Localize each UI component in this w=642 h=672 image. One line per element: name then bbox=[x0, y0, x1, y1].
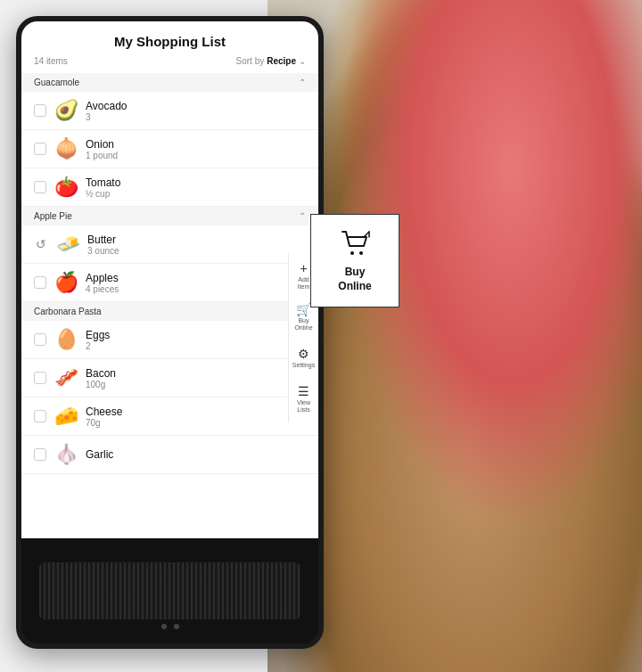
onion-checkbox[interactable] bbox=[34, 143, 46, 155]
view-lists-button[interactable]: ☰ ViewLists bbox=[290, 380, 318, 419]
avocado-info: Avocado 3 bbox=[86, 100, 306, 122]
section-guacamole-chevron: ⌃ bbox=[299, 78, 306, 87]
speaker-dot bbox=[174, 624, 179, 629]
onion-info: Onion 1 pound bbox=[86, 138, 306, 160]
app-meta: 14 items Sort by Recipe ⌄ bbox=[21, 56, 318, 73]
cart-sidebar-icon: 🛒 bbox=[296, 303, 311, 316]
svg-point-1 bbox=[359, 251, 363, 255]
buy-online-sidebar-label: BuyOnline bbox=[294, 317, 312, 332]
tomato-emoji: 🍅 bbox=[54, 176, 78, 199]
cheese-qty: 70g bbox=[86, 418, 306, 428]
eggs-checkbox[interactable] bbox=[34, 333, 46, 346]
tomato-info: Tomato ½ cup bbox=[86, 176, 306, 199]
bacon-qty: 100g bbox=[86, 380, 306, 389]
butter-info: Butter 3 ounce bbox=[87, 234, 306, 256]
list-item: 🧄 Garlic bbox=[21, 436, 318, 474]
settings-label: Settings bbox=[292, 362, 315, 369]
item-count: 14 items bbox=[34, 56, 68, 66]
speaker-grille bbox=[39, 562, 300, 620]
sort-value: Recipe bbox=[267, 56, 296, 66]
eggs-qty: 2 bbox=[86, 341, 306, 351]
settings-icon: ⚙ bbox=[298, 348, 309, 360]
garlic-emoji: 🧄 bbox=[54, 443, 78, 466]
grocery-person-image bbox=[268, 0, 642, 672]
cheese-emoji: 🧀 bbox=[54, 405, 78, 428]
sort-label: Sort by bbox=[236, 56, 265, 66]
svg-point-0 bbox=[350, 251, 354, 255]
apples-qty: 4 pieces bbox=[86, 284, 306, 294]
apples-info: Apples 4 pieces bbox=[86, 272, 306, 294]
list-item: ↺ 🧈 Butter 3 ounce bbox=[21, 225, 318, 264]
speaker-dot bbox=[161, 624, 167, 629]
background-image bbox=[268, 0, 642, 672]
bacon-emoji: 🥓 bbox=[54, 366, 78, 389]
section-apple-pie[interactable]: Apple Pie ⌃ bbox=[21, 207, 318, 225]
bacon-info: Bacon 100g bbox=[86, 367, 306, 389]
tomato-name: Tomato bbox=[86, 176, 306, 189]
bacon-name: Bacon bbox=[86, 367, 306, 380]
list-item: 🥑 Avocado 3 bbox=[21, 92, 318, 130]
garlic-checkbox[interactable] bbox=[34, 448, 46, 461]
buy-online-label: BuyOnline bbox=[338, 266, 371, 293]
section-apple-pie-chevron: ⌃ bbox=[299, 211, 306, 221]
buy-online-card[interactable]: BuyOnline bbox=[310, 214, 399, 307]
speaker-dots bbox=[161, 624, 179, 629]
lists-icon: ☰ bbox=[298, 385, 309, 397]
onion-qty: 1 pound bbox=[86, 151, 306, 160]
avocado-name: Avocado bbox=[86, 100, 306, 112]
butter-name: Butter bbox=[87, 234, 306, 246]
apples-emoji: 🍎 bbox=[54, 271, 78, 294]
cheese-checkbox[interactable] bbox=[34, 410, 46, 422]
app-title: My Shopping List bbox=[21, 21, 318, 56]
onion-emoji: 🧅 bbox=[54, 137, 78, 160]
eggs-emoji: 🥚 bbox=[54, 328, 78, 351]
eggs-name: Eggs bbox=[86, 329, 306, 341]
section-carbonara-label: Carbonara Pasta bbox=[34, 307, 102, 316]
garlic-name: Garlic bbox=[86, 448, 306, 461]
device-screen: My Shopping List 14 items Sort by Recipe… bbox=[21, 21, 318, 538]
cheese-name: Cheese bbox=[86, 406, 306, 418]
tomato-checkbox[interactable] bbox=[34, 181, 46, 193]
apples-checkbox[interactable] bbox=[34, 276, 46, 289]
list-item: 🧀 Cheese 70g bbox=[21, 397, 318, 436]
butter-qty: 3 ounce bbox=[87, 246, 306, 256]
onion-name: Onion bbox=[86, 138, 306, 151]
sort-chevron: ⌄ bbox=[299, 56, 306, 66]
section-carbonara[interactable]: Carbonara Pasta ⌃ bbox=[21, 302, 318, 321]
device-frame: My Shopping List 14 items Sort by Recipe… bbox=[16, 16, 324, 649]
list-item: 🥚 Eggs 2 bbox=[21, 321, 318, 359]
section-apple-pie-label: Apple Pie bbox=[34, 211, 72, 221]
sort-by[interactable]: Sort by Recipe ⌄ bbox=[236, 56, 306, 66]
settings-button[interactable]: ⚙ Settings bbox=[290, 339, 318, 378]
tomato-qty: ½ cup bbox=[86, 189, 306, 199]
avocado-checkbox[interactable] bbox=[34, 104, 46, 117]
add-icon: + bbox=[300, 262, 307, 275]
section-guacamole-label: Guacamole bbox=[34, 78, 79, 87]
garlic-info: Garlic bbox=[86, 448, 306, 461]
app-content: My Shopping List 14 items Sort by Recipe… bbox=[21, 21, 318, 538]
view-lists-label: ViewLists bbox=[297, 399, 310, 414]
add-label: AddItem bbox=[298, 276, 310, 291]
device-speaker bbox=[21, 538, 318, 643]
cart-icon bbox=[339, 228, 371, 260]
list-item: 🥓 Bacon 100g bbox=[21, 359, 318, 397]
eggs-info: Eggs 2 bbox=[86, 329, 306, 351]
avocado-emoji: 🥑 bbox=[54, 99, 78, 122]
undo-button[interactable]: ↺ bbox=[34, 235, 48, 253]
butter-emoji: 🧈 bbox=[55, 233, 80, 256]
section-guacamole[interactable]: Guacamole ⌃ bbox=[21, 73, 318, 92]
apples-name: Apples bbox=[86, 272, 306, 284]
list-item: 🧅 Onion 1 pound bbox=[21, 130, 318, 168]
list-item: 🍅 Tomato ½ cup bbox=[21, 168, 318, 207]
avocado-qty: 3 bbox=[86, 112, 306, 122]
cheese-info: Cheese 70g bbox=[86, 406, 306, 428]
list-item: 🍎 Apples 4 pieces bbox=[21, 264, 318, 302]
bacon-checkbox[interactable] bbox=[34, 372, 46, 384]
